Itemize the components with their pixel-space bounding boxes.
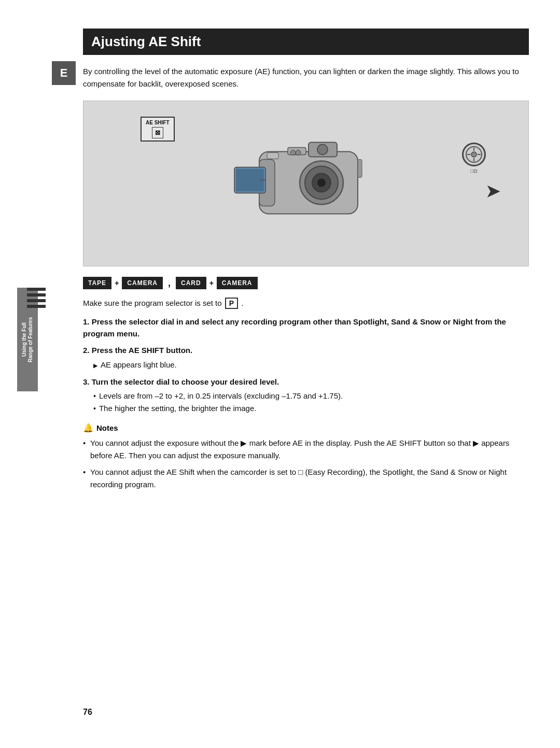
mode-comma: ,	[168, 278, 171, 289]
main-content: Ajusting AE Shift By controlling the lev…	[83, 0, 529, 491]
camera-svg	[207, 121, 404, 245]
page-container: Using the FullRange of Features E Ajusti…	[0, 0, 560, 748]
svg-point-6	[317, 145, 328, 155]
step-2-text: 2. Press the AE SHIFT button.	[83, 346, 192, 355]
step-2-sub-1: AE appears light blue.	[93, 359, 529, 371]
step-3-sub-2: The higher the setting, the brighter the…	[93, 402, 529, 415]
program-text-after: .	[241, 299, 243, 307]
program-line: Make sure the program selector is set to…	[83, 298, 529, 309]
step-3-sub: Levels are from –2 to +2, in 0.25 interv…	[93, 390, 529, 415]
svg-point-13	[290, 150, 296, 156]
stripe-3	[27, 299, 46, 302]
prog-symbol: P	[225, 298, 238, 309]
stripe-1	[27, 288, 46, 291]
notes-icon: 🔔	[83, 423, 93, 433]
camera-illustration	[207, 121, 404, 247]
notes-list: You cannot adjust the exposure without t…	[83, 437, 529, 491]
ae-shift-label: AE SHIFT	[146, 120, 170, 125]
plus-1: +	[115, 279, 119, 287]
side-label-text: Using the FullRange of Features	[21, 317, 34, 362]
step-3-sub-1: Levels are from –2 to +2, in 0.25 interv…	[93, 390, 529, 402]
camera-badge-1: CAMERA	[122, 277, 163, 289]
step-2: 2. Press the AE SHIFT button. AE appears…	[83, 345, 529, 371]
step-3: 3. Turn the selector dial to choose your…	[83, 376, 529, 415]
program-text-before: Make sure the program selector is set to	[83, 299, 222, 307]
dial-circle	[462, 143, 486, 166]
stripe-4	[27, 305, 46, 308]
plus-2: +	[209, 279, 214, 287]
ae-shift-icon: ⊠	[152, 127, 163, 138]
steps-list: 1. Press the selector dial in and select…	[83, 316, 529, 415]
camera-badge-2: CAMERA	[217, 277, 258, 289]
svg-point-21	[471, 152, 477, 157]
page-number: 76	[83, 708, 92, 717]
page-title: Ajusting AE Shift	[91, 34, 521, 50]
note-item-1: You cannot adjust the exposure without t…	[83, 437, 529, 462]
tape-badge: TAPE	[83, 277, 111, 289]
intro-paragraph: By controlling the level of the automati…	[83, 65, 529, 90]
step-3-text: 3. Turn the selector dial to choose your…	[83, 377, 279, 386]
note-item-2: You cannot adjust the AE Shift when the …	[83, 466, 529, 491]
diagram-inner: AE SHIFT ⊠	[83, 101, 528, 266]
arrow-right-icon: ➤	[486, 181, 500, 201]
svg-rect-9	[267, 153, 278, 159]
left-stripes	[27, 288, 46, 308]
e-badge-container: E	[52, 61, 76, 85]
title-bar: Ajusting AE Shift	[83, 29, 529, 55]
notes-title: Notes	[96, 424, 118, 432]
svg-point-14	[296, 150, 301, 156]
notes-section: 🔔 Notes You cannot adjust the exposure w…	[83, 423, 529, 491]
step-2-sub: AE appears light blue.	[93, 359, 529, 371]
camera-diagram: AE SHIFT ⊠	[83, 101, 529, 266]
svg-rect-15	[358, 160, 362, 178]
dial-icon: □⊡	[461, 143, 487, 179]
dial-label-text: □⊡	[470, 168, 477, 174]
notes-header: 🔔 Notes	[83, 423, 529, 433]
step-1: 1. Press the selector dial in and select…	[83, 316, 529, 340]
mode-labels: TAPE + CAMERA , CARD + CAMERA	[83, 277, 529, 289]
e-badge: E	[52, 61, 76, 85]
stripe-2	[27, 293, 46, 297]
step-1-text: 1. Press the selector dial in and select…	[83, 317, 506, 338]
card-badge: CARD	[176, 277, 206, 289]
svg-point-4	[317, 179, 326, 187]
ae-shift-box: AE SHIFT ⊠	[141, 117, 175, 142]
